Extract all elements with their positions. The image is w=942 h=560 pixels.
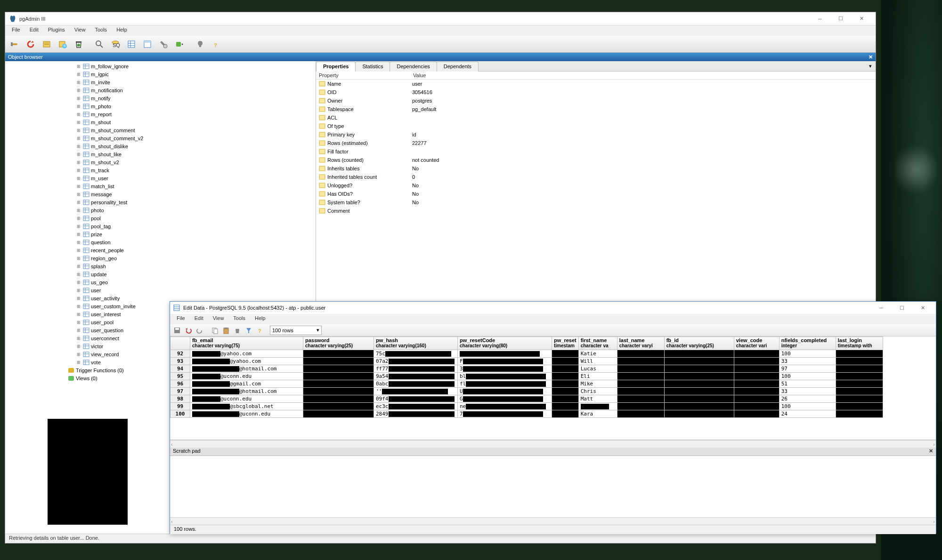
cell-fb-id[interactable]: [664, 380, 734, 388]
edit-close-button[interactable]: ✕: [912, 301, 933, 314]
column-header[interactable]: view_codecharacter vari: [734, 337, 779, 350]
cell-last-login[interactable]: [836, 410, 883, 418]
cell-view-code[interactable]: [734, 350, 779, 358]
connect-icon[interactable]: [7, 37, 22, 51]
expand-icon[interactable]: ⊞: [76, 240, 81, 245]
edit-menu-edit[interactable]: Edit: [190, 314, 208, 324]
save-icon[interactable]: [172, 325, 182, 336]
cell-nfields[interactable]: 100: [779, 350, 836, 358]
cell-pw-resetcode[interactable]: 3: [458, 365, 552, 373]
cell-fb-id[interactable]: [664, 358, 734, 365]
cell-last-name[interactable]: [617, 350, 664, 358]
cell-last-name[interactable]: [617, 395, 664, 403]
delete-icon[interactable]: [232, 325, 243, 336]
minimize-button[interactable]: ─: [810, 12, 830, 25]
cell-last-name[interactable]: [617, 403, 664, 410]
properties-icon[interactable]: [39, 37, 54, 51]
cell-fb-email[interactable]: @yahoo.com: [190, 358, 303, 365]
cell-nfields[interactable]: 100: [779, 373, 836, 380]
menu-plugins[interactable]: Plugins: [43, 25, 70, 36]
cell-pw-resetcode[interactable]: F: [458, 358, 552, 365]
tree-item-table[interactable]: ⊞m_report: [76, 110, 316, 118]
cell-first-name[interactable]: Eli: [578, 373, 617, 380]
menu-view[interactable]: View: [70, 25, 90, 36]
rows-limit-select[interactable]: 100 rows ▾: [270, 326, 322, 335]
tree-item-table[interactable]: ⊞recent_people: [76, 246, 316, 254]
cell-nfields[interactable]: 51: [779, 380, 836, 388]
cell-nfields[interactable]: 100: [779, 403, 836, 410]
tree-item-table[interactable]: ⊞m_track: [76, 166, 316, 174]
expand-icon[interactable]: ⊞: [76, 224, 81, 229]
cell-password[interactable]: [303, 403, 374, 410]
cell-password[interactable]: [303, 410, 374, 418]
tree-item-table[interactable]: ⊞prize: [76, 230, 316, 238]
view-data-icon[interactable]: [124, 37, 139, 51]
cell-fb-id[interactable]: [664, 373, 734, 380]
cell-view-code[interactable]: [734, 388, 779, 395]
cell-pw-resetcode[interactable]: 7: [458, 410, 552, 418]
column-header[interactable]: nfields_completedinteger: [779, 337, 836, 350]
cell-fb-email[interactable]: @hotmail.com: [190, 365, 303, 373]
expand-icon[interactable]: ⊞: [76, 296, 81, 301]
menu-file[interactable]: File: [7, 25, 25, 36]
cell-fb-email[interactable]: @hotmail.com: [190, 388, 303, 395]
expand-icon[interactable]: ⊞: [76, 80, 81, 85]
tab-statistics[interactable]: Statistics: [355, 62, 390, 72]
row-number[interactable]: 99: [171, 403, 190, 410]
column-header[interactable]: pw_hashcharacter varying(160): [374, 337, 458, 350]
cell-nfields[interactable]: 97: [779, 365, 836, 373]
edit-menu-view[interactable]: View: [208, 314, 229, 324]
cell-fb-email[interactable]: @sbcglobal.net: [190, 403, 303, 410]
tree-item-table[interactable]: ⊞pool: [76, 214, 316, 222]
cell-last-name[interactable]: [617, 410, 664, 418]
tree-item-table[interactable]: ⊞splash: [76, 262, 316, 270]
column-header[interactable]: first_namecharacter va: [578, 337, 617, 350]
scratch-horizontal-scrollbar[interactable]: ‹›: [170, 517, 936, 525]
cell-view-code[interactable]: [734, 395, 779, 403]
redo-icon[interactable]: [195, 325, 205, 336]
edit-maximize-button[interactable]: ☐: [892, 301, 912, 314]
tree-item-table[interactable]: ⊞m_shout_dislike: [76, 142, 316, 150]
expand-icon[interactable]: ⊞: [76, 280, 81, 285]
expand-icon[interactable]: ⊞: [76, 256, 81, 261]
cell-nfields[interactable]: 33: [779, 358, 836, 365]
cell-pw-reset[interactable]: [552, 365, 579, 373]
cell-last-name[interactable]: [617, 373, 664, 380]
menu-edit[interactable]: Edit: [25, 25, 43, 36]
cell-pw-reset[interactable]: [552, 380, 579, 388]
menu-tools[interactable]: Tools: [90, 25, 112, 36]
cell-last-login[interactable]: [836, 350, 883, 358]
execute-icon[interactable]: [172, 37, 187, 51]
expand-icon[interactable]: ⊞: [76, 360, 81, 365]
column-header[interactable]: pw_resetCodecharacter varying(80): [458, 337, 552, 350]
expand-icon[interactable]: ⊞: [76, 72, 81, 77]
expand-icon[interactable]: ⊞: [76, 344, 81, 349]
cell-password[interactable]: [303, 373, 374, 380]
expand-icon[interactable]: ⊞: [76, 328, 81, 333]
row-number[interactable]: 100: [171, 410, 190, 418]
cell-first-name[interactable]: Will: [578, 358, 617, 365]
drop-icon[interactable]: [71, 37, 86, 51]
tree-item-table[interactable]: ⊞message: [76, 190, 316, 198]
expand-icon[interactable]: ⊞: [76, 304, 81, 309]
tab-dropdown-icon[interactable]: ▾: [867, 63, 874, 69]
cell-fb-email[interactable]: @uconn.edu: [190, 395, 303, 403]
scratch-pad-body[interactable]: [170, 456, 936, 517]
cell-password[interactable]: [303, 388, 374, 395]
column-header[interactable]: fb_emailcharacter varying(75): [190, 337, 303, 350]
filter-icon[interactable]: [140, 37, 155, 51]
cell-pw-hash[interactable]: 0abc: [374, 380, 458, 388]
tree-item-table[interactable]: ⊞pool_tag: [76, 222, 316, 230]
tree-item-table[interactable]: ⊞personality_test: [76, 198, 316, 206]
cell-password[interactable]: [303, 380, 374, 388]
cell-last-login[interactable]: [836, 373, 883, 380]
column-header[interactable]: last_namecharacter varyi: [617, 337, 664, 350]
create-icon[interactable]: +: [55, 37, 70, 51]
expand-icon[interactable]: ⊞: [76, 88, 81, 93]
cell-view-code[interactable]: [734, 373, 779, 380]
menu-help[interactable]: Help: [112, 25, 132, 36]
cell-first-name[interactable]: Chris: [578, 388, 617, 395]
tree-item-table[interactable]: ⊞m_shout_comment_v2: [76, 134, 316, 142]
expand-icon[interactable]: ⊞: [76, 168, 81, 173]
tab-dependents[interactable]: Dependents: [437, 62, 479, 72]
